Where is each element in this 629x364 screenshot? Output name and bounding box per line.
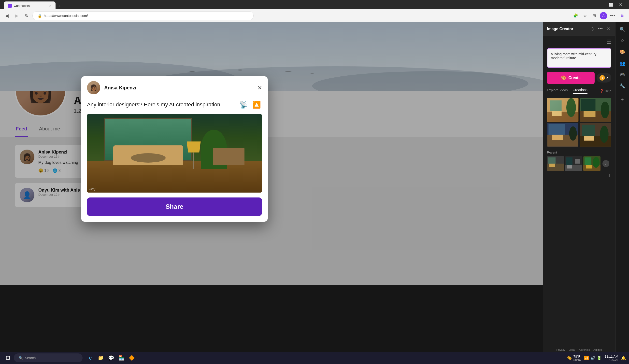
create-button[interactable]: 🎨 Create	[547, 72, 595, 84]
battery-icon[interactable]: 🔋	[597, 356, 602, 360]
privacy-link[interactable]: Privacy	[556, 348, 565, 351]
share-icon[interactable]: 🔼	[251, 99, 262, 110]
coin-icon: ●	[600, 75, 605, 81]
search-icon: 🔍	[19, 356, 23, 360]
creation-thumb-1[interactable]	[547, 98, 579, 122]
footer-links: Privacy Legal Advertise Ad info	[547, 348, 611, 351]
edge-vertical-sidebar: 🔍 ☆ 🎨 👥 🎮 🔧 + ⚙	[615, 22, 629, 364]
start-button[interactable]: ⊞	[3, 353, 13, 363]
weather-icon: ☀️	[567, 356, 572, 360]
svg-rect-15	[581, 99, 595, 111]
modal-action-icons: 📡 🔼	[238, 99, 262, 110]
recent-thumb-2[interactable]	[565, 156, 582, 171]
create-icon: 🎨	[561, 75, 566, 81]
taskbar-edge2-button[interactable]: 🔶	[127, 353, 137, 363]
taskbar-explorer-button[interactable]: 📁	[96, 353, 106, 363]
url-text: https://www.contosocial.com/	[44, 14, 88, 18]
address-bar[interactable]: 🔒 https://www.contosocial.com/	[32, 11, 254, 20]
modal-close-button[interactable]: ×	[258, 84, 262, 91]
coins-badge: ● 5	[597, 73, 611, 83]
modal-header: 👩🏾 Anisa Kipenzi ×	[81, 76, 268, 99]
creations-grid	[547, 98, 611, 147]
creation-thumb-3[interactable]	[547, 123, 579, 147]
panel-close-button[interactable]: ✕	[606, 25, 611, 33]
more-button[interactable]: •••	[609, 12, 617, 19]
taskbar-edge-button[interactable]: e	[86, 353, 95, 363]
close-window-button[interactable]: ✕	[617, 1, 625, 8]
svg-rect-25	[582, 124, 595, 136]
recent-arrow[interactable]: ›	[603, 160, 609, 167]
generated-image: bing	[87, 114, 262, 193]
svg-rect-35	[567, 165, 572, 168]
weather-widget[interactable]: ☀️ 78°F Sunny	[567, 355, 581, 361]
modal-post-text: Any interior designers? Here's my AI-cre…	[87, 102, 222, 108]
social-page: 👩🏾 Anisa Kipenzi 1.2k followers Feed Abo…	[0, 22, 543, 364]
tab-close-button[interactable]: ×	[49, 4, 52, 8]
share-button[interactable]: Share	[87, 198, 262, 216]
taskbar-store-button[interactable]: 🏪	[117, 353, 126, 363]
advertise-link[interactable]: Advertise	[579, 348, 590, 351]
svg-rect-11	[552, 111, 562, 116]
svg-rect-21	[552, 134, 563, 140]
recent-row: ›	[547, 156, 611, 171]
svg-rect-34	[566, 157, 573, 165]
tab-explore-ideas[interactable]: Explore ideas	[547, 88, 568, 94]
prompt-textarea[interactable]	[547, 48, 611, 68]
panel-body: 🎨 Create ● 5 Explore ideas Creations ❓	[543, 48, 615, 344]
ad-info-link[interactable]: Ad info	[593, 348, 602, 351]
taskbar-search[interactable]: 🔍 Search	[14, 354, 83, 362]
create-label: Create	[568, 76, 581, 80]
minimize-button[interactable]: —	[598, 1, 606, 8]
profile-button[interactable]: A	[600, 12, 607, 19]
recent-thumb-3[interactable]	[583, 156, 601, 171]
recent-thumb-1[interactable]	[547, 156, 564, 171]
maximize-button[interactable]: ⬜	[607, 2, 615, 8]
share-modal: 👩🏾 Anisa Kipenzi × Any interior designer…	[81, 76, 268, 222]
extensions-button[interactable]: 🧩	[572, 12, 580, 20]
active-tab[interactable]: Contosocial ×	[4, 1, 55, 10]
date-display: 4/27/23	[605, 358, 618, 361]
legal-link[interactable]: Legal	[569, 348, 575, 351]
panel-hamburger-button[interactable]: ☰	[606, 39, 611, 45]
panel-external-button[interactable]: ⬡	[590, 25, 595, 32]
sidebar-social-button[interactable]: 👥	[618, 58, 627, 68]
recent-label: Recent	[547, 150, 611, 154]
modal-body: Any interior designers? Here's my AI-cre…	[81, 99, 268, 222]
refresh-button[interactable]: ↻	[23, 12, 30, 20]
tab-creations[interactable]: Creations	[573, 88, 588, 94]
clock[interactable]: 11:11 AM 4/27/23	[605, 355, 618, 361]
broadcast-icon[interactable]: 📡	[238, 99, 249, 110]
edge-sidebar-toggle[interactable]: B	[618, 12, 626, 20]
favorites-button[interactable]: ☆	[581, 12, 589, 20]
sidebar-search-button[interactable]: 🔍	[618, 24, 627, 34]
volume-icon[interactable]: 🔊	[590, 356, 595, 360]
svg-rect-39	[585, 157, 591, 165]
new-tab-button[interactable]: +	[55, 2, 63, 10]
tab-favicon	[8, 4, 12, 8]
svg-rect-20	[548, 124, 565, 135]
network-icon[interactable]: 📶	[584, 356, 589, 360]
sidebar-games-button[interactable]: 🎮	[618, 70, 627, 80]
panel-more-button[interactable]: •••	[597, 25, 604, 32]
address-bar-row: ◀ ▶ ↻ 🔒 https://www.contosocial.com/ 🧩 ☆…	[0, 9, 629, 22]
svg-rect-10	[550, 101, 561, 111]
svg-point-22	[569, 126, 577, 140]
notification-button[interactable]: 🔔	[621, 356, 626, 360]
modal-user-avatar: 👩🏾	[87, 81, 100, 94]
help-button[interactable]: ❓ Help	[600, 89, 611, 93]
creation-thumb-2[interactable]	[580, 98, 611, 122]
back-button[interactable]: ◀	[3, 12, 11, 20]
collections-button[interactable]: ⊞	[590, 12, 598, 20]
sidebar-tools-button[interactable]: 🔧	[618, 81, 627, 91]
creation-thumb-4[interactable]	[580, 123, 611, 147]
bing-watermark: bing	[89, 187, 96, 191]
forward-button[interactable]: ▶	[13, 12, 21, 20]
system-tray: 📶 🔊 🔋	[584, 356, 602, 360]
panel-title: Image Creator	[547, 27, 588, 31]
sidebar-favorites-button[interactable]: ☆	[618, 36, 627, 46]
sidebar-collections-button[interactable]: 🎨	[618, 47, 627, 57]
sidebar-add-button[interactable]: +	[618, 95, 627, 105]
svg-rect-31	[549, 164, 555, 167]
svg-rect-26	[584, 136, 594, 140]
taskbar-mail-button[interactable]: 💬	[106, 353, 116, 363]
